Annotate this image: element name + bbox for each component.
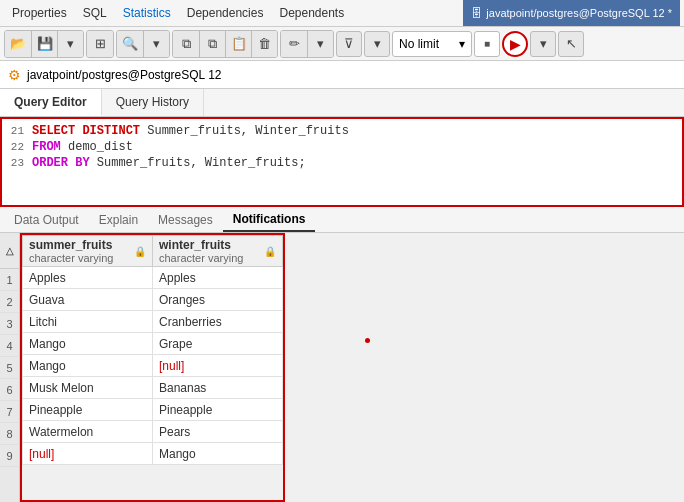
table-row: Watermelon Pears — [23, 421, 283, 443]
col-type-winter: character varying — [159, 252, 243, 264]
data-table-section: △ 1 2 3 4 5 6 7 8 9 — [0, 233, 285, 502]
tab-data-output[interactable]: Data Output — [4, 209, 89, 231]
cell-2-summer[interactable]: Guava — [23, 289, 153, 311]
menu-sql[interactable]: SQL — [75, 2, 115, 24]
text-table: demo_dist — [68, 140, 133, 154]
cell-7-winter[interactable]: Pineapple — [153, 399, 283, 421]
menu-statistics[interactable]: Statistics — [115, 2, 179, 24]
menu-dependencies[interactable]: Dependencies — [179, 2, 272, 24]
filter-dropdown[interactable]: ▾ — [364, 31, 390, 57]
cell-2-winter[interactable]: Oranges — [153, 289, 283, 311]
copy1-button[interactable]: ⧉ — [173, 31, 199, 57]
cell-1-winter[interactable]: Apples — [153, 267, 283, 289]
stop-button[interactable]: ■ — [474, 31, 500, 57]
line-num-22: 22 — [2, 141, 32, 153]
lock-icon-summer: 🔒 — [134, 246, 146, 257]
table-row: Guava Oranges — [23, 289, 283, 311]
cell-4-summer[interactable]: Mango — [23, 333, 153, 355]
sql-editor[interactable]: 21 SELECT DISTINCT Summer_fruits, Winter… — [0, 117, 684, 207]
tab-query-editor[interactable]: Query Editor — [0, 89, 102, 116]
open-save-group: 📂 💾 ▾ — [4, 30, 84, 58]
row-num-7: 7 — [0, 401, 19, 423]
copy2-button[interactable]: ⧉ — [199, 31, 225, 57]
table-row: Mango [null] — [23, 355, 283, 377]
output-tabs: Data Output Explain Messages Notificatio… — [0, 207, 684, 233]
kw-from: FROM — [32, 140, 61, 154]
menu-dependents[interactable]: Dependents — [271, 2, 352, 24]
filter-button[interactable]: ⊽ — [336, 31, 362, 57]
edit-button[interactable]: ✏ — [281, 31, 307, 57]
editor-line-22: 22 FROM demo_dist — [2, 139, 682, 155]
table-row: Litchi Cranberries — [23, 311, 283, 333]
editor-line-21: 21 SELECT DISTINCT Summer_fruits, Winter… — [2, 123, 682, 139]
cell-6-winter[interactable]: Bananas — [153, 377, 283, 399]
kw-order-by: ORDER BY — [32, 156, 90, 170]
row-num-4: 4 — [0, 335, 19, 357]
right-panel — [285, 233, 684, 502]
edit-dropdown[interactable]: ▾ — [307, 31, 333, 57]
table-button[interactable]: ⊞ — [87, 31, 113, 57]
play-dropdown[interactable]: ▾ — [530, 31, 556, 57]
tab-explain[interactable]: Explain — [89, 209, 148, 231]
table-row: Apples Apples — [23, 267, 283, 289]
kw-select: SELECT — [32, 124, 75, 138]
cell-8-summer[interactable]: Watermelon — [23, 421, 153, 443]
cell-5-summer[interactable]: Mango — [23, 355, 153, 377]
copy-group: ⧉ ⧉ 📋 🗑 — [172, 30, 278, 58]
connection-tab[interactable]: 🗄 javatpoint/postgres@PostgreSQL 12 * — [463, 0, 680, 26]
col-name-summer: summer_fruits — [29, 238, 113, 252]
row-num-9: 9 — [0, 445, 19, 467]
connection-bar: ⚙ javatpoint/postgres@PostgreSQL 12 — [0, 61, 684, 89]
col-type-summer: character varying — [29, 252, 113, 264]
tab-messages[interactable]: Messages — [148, 209, 223, 231]
paste-button[interactable]: 📋 — [225, 31, 251, 57]
search-button[interactable]: 🔍 — [117, 31, 143, 57]
cell-1-summer[interactable]: Apples — [23, 267, 153, 289]
editor-line-23: 23 ORDER BY Summer_fruits, Winter_fruits… — [2, 155, 682, 171]
data-table-wrapper: summer_fruits character varying 🔒 winte — [20, 233, 285, 502]
text-orderby: Summer_fruits, Winter_fruits; — [97, 156, 306, 170]
cell-3-winter[interactable]: Cranberries — [153, 311, 283, 333]
red-dot-indicator — [365, 338, 370, 343]
table-group: ⊞ — [86, 30, 114, 58]
cell-8-winter[interactable]: Pears — [153, 421, 283, 443]
cell-5-winter[interactable]: [null] — [153, 355, 283, 377]
col-header-winter: winter_fruits character varying 🔒 — [153, 236, 283, 267]
save-dropdown[interactable]: ▾ — [57, 31, 83, 57]
open-button[interactable]: 📂 — [5, 31, 31, 57]
tab-notifications[interactable]: Notifications — [223, 208, 316, 232]
cell-3-summer[interactable]: Litchi — [23, 311, 153, 333]
cell-4-winter[interactable]: Grape — [153, 333, 283, 355]
col-name-winter: winter_fruits — [159, 238, 243, 252]
tab-query-history[interactable]: Query History — [102, 89, 204, 116]
row-num-5: 5 — [0, 357, 19, 379]
cell-7-summer[interactable]: Pineapple — [23, 399, 153, 421]
save-button[interactable]: 💾 — [31, 31, 57, 57]
row-num-3: 3 — [0, 313, 19, 335]
menu-bar: Properties SQL Statistics Dependencies D… — [0, 0, 684, 27]
cell-9-winter[interactable]: Mango — [153, 443, 283, 465]
line-content-22: FROM demo_dist — [32, 140, 682, 154]
text-cols: Summer_fruits, Winter_fruits — [147, 124, 349, 138]
limit-label: No limit — [399, 37, 439, 51]
search-dropdown[interactable]: ▾ — [143, 31, 169, 57]
toolbar: 📂 💾 ▾ ⊞ 🔍 ▾ ⧉ ⧉ 📋 🗑 ✏ ▾ ⊽ ▾ No limit ▾ ■… — [0, 27, 684, 61]
limit-select[interactable]: No limit ▾ — [392, 31, 472, 57]
row-num-1: 1 — [0, 269, 19, 291]
delete-button[interactable]: 🗑 — [251, 31, 277, 57]
cursor-button[interactable]: ↖ — [558, 31, 584, 57]
line-num-23: 23 — [2, 157, 32, 169]
editor-tabs: Query Editor Query History — [0, 89, 684, 117]
line-num-21: 21 — [2, 125, 32, 137]
edit-group: ✏ ▾ — [280, 30, 334, 58]
connection-tab-label: javatpoint/postgres@PostgreSQL 12 * — [486, 7, 672, 19]
search-group: 🔍 ▾ — [116, 30, 170, 58]
row-num-2: 2 — [0, 291, 19, 313]
play-button[interactable]: ▶ — [502, 31, 528, 57]
table-row: [null] Mango — [23, 443, 283, 465]
play-icon: ▶ — [510, 36, 521, 52]
kw-distinct: DISTINCT — [82, 124, 140, 138]
menu-properties[interactable]: Properties — [4, 2, 75, 24]
cell-9-summer[interactable]: [null] — [23, 443, 153, 465]
cell-6-summer[interactable]: Musk Melon — [23, 377, 153, 399]
